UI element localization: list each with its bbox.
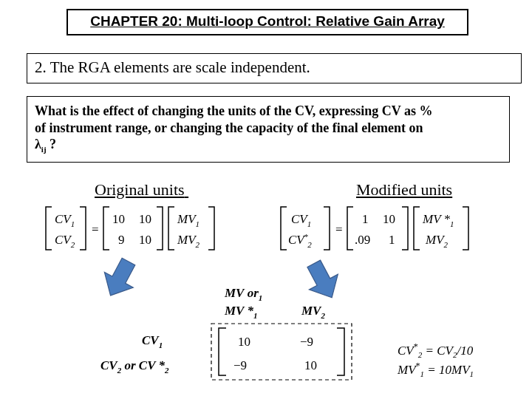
svg-rect-23 — [211, 324, 352, 380]
svg-text:1: 1 — [362, 212, 369, 226]
note-div: /10 — [457, 344, 473, 358]
note-mv-lhs: MV — [398, 362, 416, 376]
note-cv-lhs: CV — [398, 344, 414, 358]
heading-modified-units: Modified units — [356, 180, 452, 200]
question-line2: of instrument range, or changing the cap… — [35, 120, 423, 135]
scaling-note: CV*2 = CV2/10 MV*1 = 10MV1 — [398, 341, 474, 380]
question-box: What is the effect of changing the units… — [27, 96, 510, 163]
svg-text:=: = — [335, 222, 343, 236]
svg-text:MV2: MV2 — [301, 304, 325, 320]
chapter-title: CHAPTER 20: Multi-loop Control: Relative… — [90, 13, 445, 29]
note-mv-rhs: MV — [451, 362, 470, 376]
equation-modified: CV1 CV*2 = 1 10 .09 1 MV *1 MV2 — [279, 205, 516, 253]
svg-text:MV or1: MV or1 — [224, 286, 262, 302]
svg-text:.09: .09 — [355, 233, 370, 247]
property-box: 2. The RGA elements are scale independen… — [27, 53, 522, 83]
svg-text:CV1: CV1 — [291, 212, 311, 228]
property-number: 2. — [35, 58, 47, 76]
note-eq1: = — [422, 344, 437, 358]
svg-text:1: 1 — [389, 233, 395, 247]
svg-text:10: 10 — [139, 212, 151, 226]
svg-text:CV*2: CV*2 — [288, 232, 312, 249]
chapter-title-box: CHAPTER 20: Multi-loop Control: Relative… — [66, 9, 468, 35]
svg-text:=: = — [92, 222, 99, 236]
question-mark: ? — [47, 137, 57, 151]
chapter-number: CHAPTER 20: — [90, 13, 183, 29]
note-eq2: = 10 — [424, 362, 451, 376]
rga-block: MV or1 MV *1 MV2 CV1 CV2 or CV *2 10 −9 … — [100, 284, 381, 384]
equation-original: CV1 CV2 = 10 10 9 10 MV1 MV2 — [44, 205, 266, 253]
svg-text:−9: −9 — [233, 358, 247, 372]
lambda-symbol: λ — [35, 137, 41, 151]
svg-text:10: 10 — [238, 335, 250, 349]
svg-text:CV1: CV1 — [55, 212, 75, 228]
heading-original-units-text: Original units — [95, 180, 185, 199]
svg-text:MV *1: MV *1 — [224, 304, 257, 320]
heading-original-units: Original units — [95, 180, 318, 200]
note-mv-rhs-sub: 1 — [470, 369, 474, 378]
svg-text:10: 10 — [139, 233, 151, 247]
svg-text:CV1: CV1 — [142, 333, 163, 349]
svg-text:10: 10 — [112, 212, 125, 226]
note-cv-rhs: CV — [437, 344, 453, 358]
svg-text:10: 10 — [383, 212, 395, 226]
svg-text:MV2: MV2 — [177, 233, 200, 249]
lambda-subscript: ij — [41, 145, 47, 154]
chapter-subject: Multi-loop Control: Relative Gain Array — [183, 13, 445, 29]
property-text: The RGA elements are scale independent. — [50, 58, 310, 76]
question-line1: What is the effect of changing the units… — [35, 103, 433, 118]
svg-text:−9: −9 — [300, 335, 313, 349]
svg-text:10: 10 — [304, 358, 317, 372]
svg-text:MV1: MV1 — [177, 212, 200, 228]
svg-text:MV *1: MV *1 — [422, 212, 454, 228]
svg-text:CV2 or CV *2: CV2 or CV *2 — [100, 358, 169, 375]
svg-text:9: 9 — [118, 233, 125, 247]
svg-text:MV2: MV2 — [425, 233, 449, 249]
svg-text:CV2: CV2 — [55, 233, 75, 249]
